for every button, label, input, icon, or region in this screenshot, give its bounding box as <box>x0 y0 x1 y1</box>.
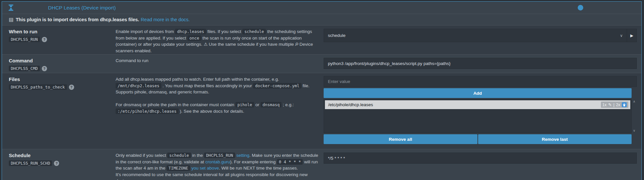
remove-all-button[interactable]: Remove all <box>324 134 477 144</box>
inline-code: 0 4 * * * <box>277 159 303 165</box>
setting-control-column <box>324 55 641 73</box>
book-icon: ▤ <box>9 17 13 23</box>
inline-code: schedule <box>242 29 266 34</box>
setting-name: Files <box>9 76 112 82</box>
setting-row-command: Command DHCPLSS_CMD ? Command to run <box>2 54 641 73</box>
setting-label-column: Files DHCPLSS_paths_to_check ? <box>2 73 116 149</box>
info-text: This plugin is to import devices from dh… <box>16 17 139 22</box>
inline-code: dhcp.leases <box>175 29 206 34</box>
scroll-down-icon[interactable]: ∨ <box>633 129 635 132</box>
inline-code: schedule <box>167 153 191 158</box>
add-button[interactable]: Add <box>324 88 632 98</box>
setting-name: When to run <box>9 29 112 34</box>
single-click-hint: 1x <box>603 103 607 107</box>
search-icon: ⚲ <box>293 41 300 48</box>
schedule-input[interactable] <box>324 153 637 164</box>
inline-code: pihole <box>235 102 254 107</box>
list-scrollbar[interactable]: ∧ ∨ <box>632 99 637 133</box>
scroll-up-icon[interactable]: ∧ <box>633 100 635 103</box>
help-icon[interactable]: ? <box>42 37 47 42</box>
edit-icon[interactable]: ✎ <box>608 102 612 107</box>
command-input[interactable] <box>324 58 637 69</box>
setting-control-column <box>324 149 641 180</box>
setting-code-badge: DHCPLSS_RUN <box>9 37 40 42</box>
list-item-value: /etc/pihole/dhcp.leases <box>328 102 373 107</box>
item-action-hints: 1x ✎ | 2x <box>601 102 628 108</box>
inline-code: TIMEZONE <box>167 165 190 171</box>
inline-code: :/etc/pihole/dhcp.leases <box>116 108 179 114</box>
info-bar: ▤ This plugin is to import devices from … <box>2 14 641 25</box>
remove-last-button[interactable]: Remove last <box>478 134 632 144</box>
panel-header: DHCP Leases (Device import) <box>2 2 641 14</box>
chevron-down-icon: ∨ <box>620 33 623 38</box>
inline-code: DHCPLSS_RUN <box>204 153 235 158</box>
setting-name: Schedule <box>9 153 112 158</box>
setting-description: Enable import of devices from dhcp.lease… <box>116 25 324 54</box>
docs-link[interactable]: Read more in the docs. <box>141 17 190 22</box>
warning-icon: ⚠ <box>203 42 207 47</box>
setting-description: Add all dhcp.leases mapped paths to watc… <box>116 73 324 149</box>
setting-name: Command <box>9 58 112 63</box>
inline-code: dnsmasq <box>261 102 282 107</box>
setting-code-badge: DHCPLSS_CMD <box>9 66 40 71</box>
trash-icon[interactable] <box>622 102 627 107</box>
inline-link[interactable]: you set above <box>191 166 219 171</box>
setting-row-when-to-run: When to run DHCPLSS_RUN ? Enable import … <box>2 25 641 54</box>
setting-description: Only enabled if you select schedule in t… <box>116 149 324 180</box>
hint-divider: | <box>613 103 614 107</box>
double-click-hint: 2x <box>616 103 620 107</box>
plugin-settings-panel: DHCP Leases (Device import) ▤ This plugi… <box>2 1 642 180</box>
list-item[interactable]: /etc/pihole/dhcp.leases 1x ✎ | 2x <box>325 100 630 109</box>
new-file-path-input[interactable] <box>324 76 637 87</box>
setting-code-badge: DHCPLSS_RUN_SCHD <box>9 160 52 166</box>
hourglass-icon <box>8 5 13 11</box>
help-icon[interactable]: ? <box>69 85 74 90</box>
inline-link[interactable]: setting <box>236 153 250 158</box>
setting-control-column: Add /etc/pihole/dhcp.leases 1x ✎ | 2x <box>324 73 641 149</box>
file-path-list: /etc/pihole/dhcp.leases 1x ✎ | 2x <box>324 99 632 133</box>
panel-title: DHCP Leases (Device import) <box>48 5 116 11</box>
inline-code: /mnt/dhcp2.leases <box>116 83 161 89</box>
setting-label-column: When to run DHCPLSS_RUN ? <box>2 25 116 54</box>
selected-value: schedule <box>328 33 346 38</box>
when-to-run-select[interactable]: schedule ∨ <box>324 29 627 42</box>
run-now-button[interactable]: ▶ <box>627 29 637 42</box>
setting-row-schedule: Schedule DHCPLSS_RUN_SCHD ? Only enabled… <box>2 149 641 180</box>
setting-description: Command to run <box>116 55 324 73</box>
setting-control-column: schedule ∨ ▶ <box>324 25 641 54</box>
play-icon: ▶ <box>630 33 633 38</box>
setting-label-column: Schedule DHCPLSS_RUN_SCHD ? <box>2 149 116 180</box>
inline-link[interactable]: crontab.guru <box>205 159 230 164</box>
setting-label-column: Command DHCPLSS_CMD ? <box>2 55 116 73</box>
status-dot[interactable] <box>578 5 583 10</box>
help-icon[interactable]: ? <box>54 161 59 166</box>
inline-code: once <box>187 35 201 41</box>
setting-row-files: Files DHCPLSS_paths_to_check ? Add all d… <box>2 73 641 149</box>
setting-code-badge: DHCPLSS_paths_to_check <box>9 84 67 90</box>
help-icon[interactable]: ? <box>42 66 47 71</box>
inline-code: docker-compose.yml <box>253 83 301 89</box>
